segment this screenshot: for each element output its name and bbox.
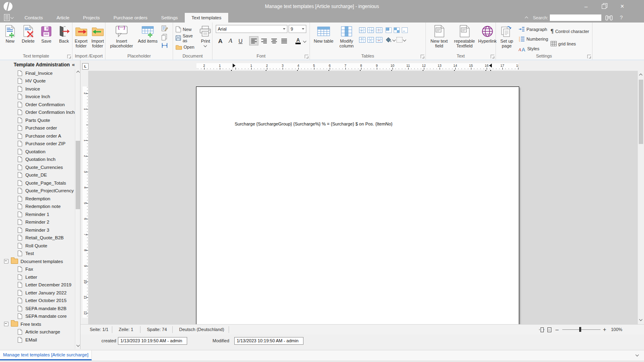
menu-tab-text-templates[interactable]: Text templates — [185, 13, 228, 23]
tree-item-order-confirmation-inch[interactable]: Order Confirmation Inch — [0, 109, 75, 117]
dialog-launcher-icon[interactable] — [587, 55, 591, 58]
new-text-field-button[interactable]: New text field — [427, 24, 451, 48]
align-left-button[interactable] — [249, 36, 258, 45]
taskbar-scroll-icon[interactable] — [636, 353, 639, 356]
fill-color-button[interactable] — [386, 37, 395, 43]
tree-item-sepa-mandate-core[interactable]: SEPA mandate core — [0, 313, 75, 321]
page-text[interactable]: Surcharge {SurchargeGroup} {Surcharge%} … — [235, 121, 392, 126]
menu-tab-contacts[interactable]: Contacts — [18, 13, 50, 23]
dialog-launcher-icon[interactable] — [491, 55, 494, 58]
scroll-down-icon[interactable] — [76, 343, 80, 347]
tree-item-retail-quote-b2b[interactable]: Retail_Quote_B2B — [0, 234, 75, 242]
task-tab-active[interactable]: Manage text templates [Article surcharge… — [0, 350, 92, 360]
tree-item-reminder-1[interactable]: Reminder 1 — [0, 210, 75, 218]
zoom-slider-thumb[interactable] — [579, 327, 581, 332]
modify-column-button[interactable]: Modify column — [337, 24, 356, 48]
tree-item-roll-quote[interactable]: Roll Quote — [0, 242, 75, 250]
horizontal-spacing-button[interactable] — [161, 42, 168, 49]
help-button[interactable]: ? — [620, 14, 623, 21]
vertical-ruler[interactable]: 21123456789101112 — [83, 86, 89, 318]
copy-placeholder-button[interactable] — [161, 33, 168, 41]
tree-item-reminder-3[interactable]: Reminder 3 — [0, 226, 75, 234]
save-template-button[interactable]: Save — [38, 24, 54, 43]
border-inner-button[interactable] — [394, 27, 400, 33]
zoom-out-button[interactable]: – — [555, 325, 559, 335]
document-open-button[interactable]: Open — [175, 43, 197, 51]
tree-item-email[interactable]: EMail — [0, 336, 75, 344]
tree-item-invoice-inch[interactable]: Invoice Inch — [0, 93, 75, 101]
repeatable-textfield-button[interactable]: repeatable Textfield — [452, 24, 477, 48]
menu-tab-purchase-orders[interactable]: Purchase orders — [107, 13, 154, 23]
align-right-button[interactable] — [259, 36, 268, 45]
scroll-up-icon[interactable] — [639, 74, 642, 77]
insert-row-above-button[interactable]: ↑ — [359, 37, 365, 43]
border-style-button[interactable] — [396, 37, 406, 43]
print-button[interactable]: Print — [199, 24, 212, 47]
tree-item-purchase-order-zip[interactable]: Purchase order ZIP — [0, 140, 75, 148]
app-menu-button[interactable] — [4, 14, 16, 21]
close-button[interactable]: × — [613, 0, 631, 13]
menu-tab-article[interactable]: Article — [50, 13, 76, 23]
binoculars-icon[interactable] — [605, 14, 613, 21]
move-column-button[interactable]: ↑ — [376, 27, 382, 33]
restore-button[interactable] — [595, 0, 613, 13]
scroll-up-icon[interactable] — [76, 71, 80, 74]
tree-item-redemption[interactable]: Redemption — [0, 195, 75, 203]
sidebar-collapse-icon[interactable]: « — [72, 60, 75, 69]
tree-item-quote-de[interactable]: Quote_DE — [0, 171, 75, 179]
scrollbar-thumb[interactable] — [639, 80, 643, 144]
tree-item-parts-quote[interactable]: Parts Quote — [0, 116, 75, 124]
print-dropdown-chevron-icon[interactable] — [204, 44, 207, 47]
tree-item-hv-quote[interactable]: HV Quote — [0, 77, 75, 85]
scroll-down-icon[interactable] — [639, 318, 642, 321]
tree-item-purchase-order-a[interactable]: Purchase order A — [0, 132, 75, 140]
dialog-launcher-icon[interactable] — [67, 55, 71, 58]
dialog-launcher-icon[interactable] — [421, 55, 424, 58]
tree-item-quote-currencies[interactable]: Quote_Currencies — [0, 163, 75, 171]
tree-item-fax[interactable]: Fax — [0, 265, 75, 274]
edit-placeholder-button[interactable] — [161, 25, 168, 32]
italic-button[interactable]: A — [226, 36, 235, 45]
expander-icon[interactable] — [4, 259, 8, 263]
tree-item-purchase-order[interactable]: Purchase order — [0, 124, 75, 132]
border-outer-button[interactable] — [386, 27, 392, 33]
hyperlink-button[interactable]: Hyperlink — [478, 24, 497, 43]
zoom-slider[interactable] — [562, 329, 601, 330]
insert-column-left-button[interactable]: ← — [359, 27, 365, 33]
font-family-combo[interactable]: Arial — [216, 25, 287, 33]
insert-column-right-button[interactable]: → — [367, 27, 374, 33]
underline-button[interactable]: U — [236, 36, 245, 45]
sidebar-scrollbar[interactable] — [75, 69, 80, 349]
menu-tab-projects[interactable]: Projects — [76, 13, 107, 23]
tab-selector-button[interactable]: L — [82, 63, 89, 70]
align-justify-button[interactable] — [279, 36, 289, 45]
document-scrollbar[interactable] — [638, 71, 644, 324]
grid-lines-button[interactable]: grid lines — [551, 40, 589, 47]
tree-item-final-invoice[interactable]: Final_Invoice — [0, 69, 75, 77]
tree-item-letter-december-2019[interactable]: Letter December 2019 — [0, 281, 75, 289]
insert-row-below-button[interactable]: ↓ — [367, 37, 374, 43]
tree-item-reminder-2[interactable]: Reminder 2 — [0, 218, 75, 226]
tree-item-letter-january-2022[interactable]: Letter January 2022 — [0, 289, 75, 297]
created-value-field[interactable]: 1/13/2023 10:19:50 AM - admin — [118, 337, 187, 345]
styles-button[interactable]: AA Styles — [518, 45, 548, 52]
tree-item-redemption-note[interactable]: Redemption note — [0, 203, 75, 211]
dialog-launcher-icon[interactable] — [305, 55, 308, 58]
zoom-in-button[interactable]: + — [603, 325, 606, 335]
menu-tab-settings[interactable]: Settings — [154, 13, 185, 23]
tree-item-quotation[interactable]: Quotation — [0, 148, 75, 156]
tree-item-letter[interactable]: Letter — [0, 273, 75, 281]
font-size-combo[interactable]: 9 — [289, 25, 306, 33]
horizontal-ruler[interactable]: 21123456789101112131415161718 — [196, 63, 518, 70]
export-folder-button[interactable]: Export folder — [73, 24, 89, 48]
combo-dropdown-icon[interactable] — [300, 25, 306, 33]
document-new-button[interactable]: New — [175, 25, 197, 33]
tree-item-order-confirmation[interactable]: Order Confirmation — [0, 101, 75, 109]
modified-value-field[interactable]: 1/13/2023 10:19:50 AM - admin — [234, 337, 303, 345]
new-template-button[interactable]: New — [2, 24, 18, 43]
expander-icon[interactable] — [4, 322, 8, 326]
tree-folder-free-texts[interactable]: Free texts — [0, 320, 75, 328]
tree-item-test[interactable]: Test — [0, 250, 75, 258]
editor-canvas[interactable]: Surcharge {SurchargeGroup} {Surcharge%} … — [88, 71, 638, 324]
tree-item-quote-page-totals[interactable]: Quote_Page_Totals — [0, 179, 75, 187]
